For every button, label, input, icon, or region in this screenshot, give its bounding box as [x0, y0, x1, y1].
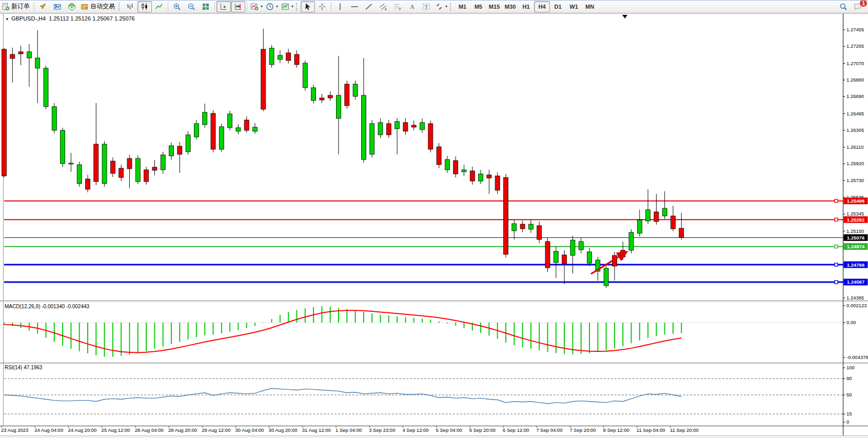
timeframe-button-H1[interactable]: H1: [518, 1, 534, 12]
fibonacci-icon: F: [393, 3, 402, 11]
chart-shift-marker[interactable]: [622, 15, 627, 18]
time-axis-label: 11 Sep 20:00: [670, 427, 699, 433]
templates-button[interactable]: ▾: [280, 1, 295, 12]
trendline-icon: [365, 3, 373, 11]
line-handle[interactable]: [835, 263, 838, 266]
price-tick-label: 1.27265: [846, 43, 864, 49]
timeframe-button-M1[interactable]: M1: [455, 1, 470, 12]
signals-radar-icon: [68, 3, 76, 11]
dropdown-caret: ▾: [291, 4, 293, 9]
candle-body: [286, 53, 291, 61]
crosshair-icon: [318, 3, 326, 11]
candle-body: [2, 49, 7, 176]
community-button[interactable]: [36, 1, 50, 12]
notifications-button[interactable]: 1: [851, 1, 865, 12]
arrows-tool-button[interactable]: ▾: [433, 1, 449, 12]
template-icon: [281, 3, 289, 11]
chart-shift-icon: [234, 3, 242, 11]
zoom-out-button[interactable]: [184, 1, 199, 12]
new-order-icon: [2, 3, 10, 11]
horizontal-line-tool-button[interactable]: [347, 1, 362, 12]
timeframe-button-W1[interactable]: W1: [566, 1, 582, 12]
toolbar-separator: [34, 2, 34, 11]
search-icon: [839, 3, 847, 11]
price-tick-label: 1.26495: [846, 111, 864, 116]
open-value: 1.25112: [49, 15, 69, 22]
candle-body: [337, 95, 341, 118]
timeframe-button-H4[interactable]: H4: [534, 1, 550, 12]
text-tool-button[interactable]: A: [405, 1, 419, 12]
candle-body: [261, 49, 266, 109]
price-badge-label: 1.25076: [847, 235, 864, 241]
candle-body: [169, 146, 174, 156]
candle-body: [629, 232, 634, 250]
channel-tool-button[interactable]: E: [376, 1, 390, 12]
tile-windows-button[interactable]: [199, 1, 213, 12]
signals-button[interactable]: [65, 1, 79, 12]
line-handle[interactable]: [835, 281, 838, 284]
collapse-triangle-icon[interactable]: ▼: [5, 17, 9, 22]
candlestick-chart-button[interactable]: [137, 1, 152, 12]
price-tick-label: 1.24385: [846, 295, 864, 301]
line-handle[interactable]: [835, 200, 838, 203]
timeframe-button-D1[interactable]: D1: [550, 1, 566, 12]
candle-body: [545, 242, 550, 268]
price-tick-label: 1.26880: [846, 77, 864, 83]
timeframe-button-M5[interactable]: M5: [470, 1, 486, 12]
fibonacci-tool-button[interactable]: F: [390, 1, 405, 12]
macd-tick-label: 0.00: [846, 320, 856, 325]
timeframe-button-MN[interactable]: MN: [582, 1, 598, 12]
toolbar-separator: [247, 2, 247, 11]
zoom-in-button[interactable]: [170, 1, 184, 12]
rsi-tick-label: 15: [846, 411, 852, 416]
periods-button[interactable]: ▾: [264, 1, 280, 12]
candle-body: [278, 55, 282, 59]
bar-chart-button[interactable]: [123, 1, 137, 12]
timeframe-button-M30[interactable]: M30: [502, 1, 518, 12]
label-tool-button[interactable]: T: [419, 1, 433, 12]
new-order-button[interactable]: 新订单: [0, 1, 32, 12]
candle-body: [470, 171, 475, 181]
candle-body: [562, 255, 567, 264]
chart-shift-button[interactable]: [231, 1, 245, 12]
vertical-line-tool-button[interactable]: [333, 1, 347, 12]
chart-canvas[interactable]: 1.274551.272651.270701.268801.266901.264…: [0, 12, 868, 438]
arrow-objects-icon: [435, 3, 443, 11]
candle-body: [61, 130, 65, 164]
candle-body: [127, 158, 132, 169]
svg-text:F: F: [399, 7, 401, 10]
time-axis-label: 28 Aug 04:00: [135, 427, 164, 433]
svg-text:E: E: [385, 7, 387, 10]
candle-body: [219, 127, 224, 149]
candle-body: [211, 113, 215, 149]
line-handle[interactable]: [835, 218, 838, 221]
price-tick-label: 1.27070: [846, 61, 864, 66]
line-handle[interactable]: [835, 245, 838, 248]
macd-signal-line: [4, 310, 681, 352]
text-icon: A: [408, 3, 416, 11]
candle-body: [462, 170, 466, 172]
search-button[interactable]: [836, 1, 851, 12]
time-axis-label: 28 Aug 20:00: [168, 427, 197, 433]
candle-body: [537, 226, 542, 240]
crosshair-button[interactable]: [315, 1, 329, 12]
rsi-tick-label: 0: [846, 419, 849, 425]
candle-body: [86, 179, 90, 189]
candle-body: [504, 177, 508, 254]
line-chart-button[interactable]: [152, 1, 166, 12]
market-button[interactable]: [50, 1, 65, 12]
auto-trading-button[interactable]: 自动交易: [79, 1, 117, 12]
candle-body: [77, 165, 82, 184]
indicators-button[interactable]: ▾: [249, 1, 264, 12]
cursor-button[interactable]: [301, 1, 315, 12]
candle-body: [646, 210, 650, 221]
dropdown-caret: ▾: [261, 4, 263, 9]
symbol-period-label: GBPUSD-,H4: [11, 15, 46, 22]
trendline-tool-button[interactable]: [362, 1, 376, 12]
auto-scroll-button[interactable]: [216, 1, 231, 12]
candle-body: [236, 128, 241, 131]
chart-header: ▼GBPUSD-,H4 1.25112 1.25126 1.25067 1.25…: [5, 15, 135, 22]
candle-body: [662, 208, 667, 216]
timeframe-button-M15[interactable]: M15: [486, 1, 502, 12]
price-tick-label: 1.25150: [846, 228, 864, 234]
